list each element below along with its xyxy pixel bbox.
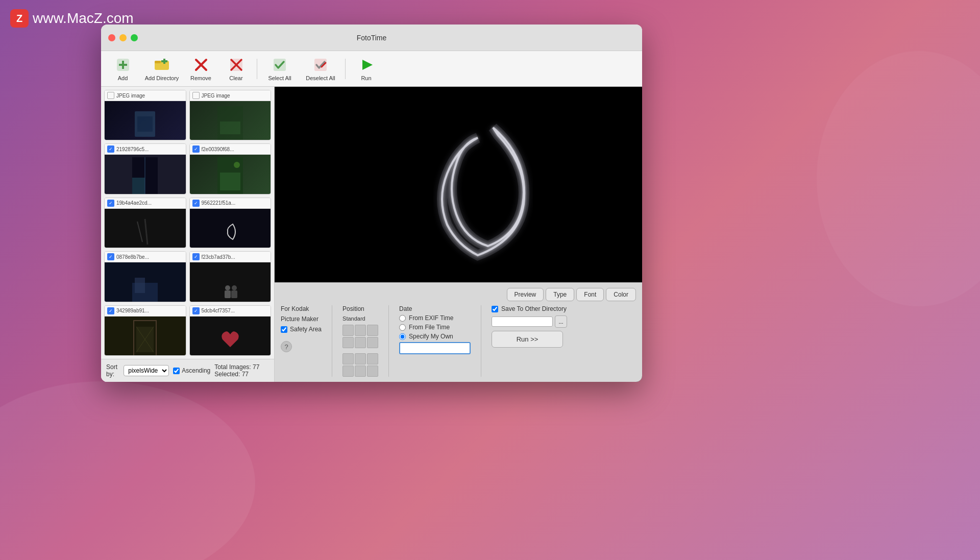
from-exif-radio[interactable] [399, 315, 406, 322]
specify-own-radio[interactable] [399, 333, 406, 340]
position-cell-2-bc[interactable] [355, 366, 366, 377]
deselect-all-icon [312, 57, 329, 73]
svg-rect-29 [217, 211, 243, 248]
safety-area-checkbox[interactable] [281, 326, 287, 333]
remove-button[interactable]: Remove [184, 54, 217, 84]
add-icon [115, 57, 131, 73]
clear-button[interactable]: Clear [219, 54, 253, 84]
image-grid: JPEG image JPEG image700 x 1243 JPEG ima… [101, 87, 274, 359]
date-input-field[interactable] [399, 342, 471, 354]
run-button[interactable]: Run [350, 54, 383, 84]
list-item[interactable]: JPEG image JPEG image700 x 1254 [189, 90, 272, 140]
position-grid-2 [342, 353, 378, 377]
from-file-radio[interactable] [399, 324, 406, 331]
clear-icon [228, 57, 244, 73]
add-directory-label: Add Directory [145, 75, 179, 81]
add-directory-button[interactable]: Add Directory [141, 54, 182, 84]
svg-rect-32 [135, 278, 145, 293]
save-to-other-row: Save To Other Directory [492, 305, 567, 312]
list-item[interactable]: ✓ 342989ab91... JPEG image738 x 1024 [104, 305, 186, 356]
list-item[interactable]: ✓ 5dcb4cf7357... JPEG image750 x 1334 [189, 305, 272, 356]
save-path-input[interactable] [492, 316, 553, 327]
svg-rect-26 [132, 211, 158, 248]
date-label: Date [399, 305, 471, 312]
svg-point-25 [234, 162, 240, 168]
position-grid [342, 325, 378, 348]
position-cell-tc[interactable] [355, 325, 366, 336]
picture-maker-label: Picture Maker [281, 315, 322, 323]
position-cell-2-tl[interactable] [342, 353, 354, 364]
position-cell-br[interactable] [367, 337, 378, 348]
sort-select[interactable]: pixelsWide fileName fileSize fileDate [124, 365, 169, 376]
list-item[interactable]: ✓ 9562221f51a... JPEG image700 x 1245 [189, 198, 272, 248]
safety-area-label: Safety Area [290, 326, 322, 333]
font-tab[interactable]: Font [576, 288, 604, 301]
list-item[interactable]: ✓ f23cb7ad37b... JPEG image70 [189, 251, 272, 302]
save-to-other-checkbox[interactable] [492, 306, 498, 312]
close-button[interactable] [108, 34, 115, 41]
run-button-main[interactable]: Run >> [492, 331, 563, 348]
checkbox-checked: ✓ [107, 253, 114, 260]
bottom-controls: Preview Type Font Color For Kodak Pictur… [275, 282, 642, 382]
browse-button[interactable]: ... [555, 315, 567, 328]
preview-area [275, 87, 642, 282]
image-thumbnail [105, 316, 186, 356]
position-cell-bl[interactable] [342, 337, 354, 348]
position-cell-2-tc[interactable] [355, 353, 366, 364]
vertical-separator-3 [481, 305, 481, 377]
list-item[interactable]: ✓ f2e00390f68... JPEG image700 x 1514 [189, 143, 272, 194]
type-tab[interactable]: Type [546, 288, 574, 301]
help-button[interactable]: ? [281, 341, 292, 352]
select-all-label: Select All [268, 75, 291, 81]
list-item[interactable]: ✓ 21928796c5... JPEG image700 x 1514 [104, 143, 186, 194]
list-item[interactable]: ✓ 0878e8b7be... JPEG image700 x 1244 [104, 251, 186, 302]
ascending-checkbox[interactable] [173, 368, 180, 374]
maximize-button[interactable] [131, 34, 138, 41]
svg-rect-19 [220, 121, 240, 134]
vertical-separator-2 [388, 305, 389, 377]
svg-rect-21 [132, 178, 145, 194]
sort-stats: Total Images: 77 Selected: 77 [214, 363, 269, 378]
position-label: Position [342, 305, 378, 312]
position-cell-tr[interactable] [367, 325, 378, 336]
image-thumbnail [190, 209, 271, 248]
right-panel: Preview Type Font Color For Kodak Pictur… [275, 87, 642, 382]
list-item[interactable]: ✓ 19b4a4ae2cd... JPEG image700 x 1515 [104, 198, 186, 248]
moon-image [381, 97, 575, 273]
deselect-all-label: Deselect All [306, 75, 335, 81]
specify-own-option: Specify My Own [399, 333, 471, 340]
color-tab[interactable]: Color [606, 288, 636, 301]
select-all-button[interactable]: Select All [261, 54, 298, 84]
position-cell-bc[interactable] [355, 337, 366, 348]
kodak-group: For Kodak Picture Maker Safety Area ? [281, 305, 322, 352]
minimize-button[interactable] [119, 34, 127, 41]
position-cell-2-br[interactable] [367, 366, 378, 377]
position-group: Position Standard [342, 305, 378, 377]
svg-rect-2 [119, 64, 127, 66]
list-item[interactable]: JPEG image JPEG image700 x 1243 [104, 90, 186, 140]
add-label: Add [118, 75, 128, 81]
checkbox-checked: ✓ [192, 200, 200, 207]
svg-rect-6 [161, 60, 167, 62]
image-thumbnail [190, 101, 271, 140]
save-group: Save To Other Directory ... Run >> [492, 305, 567, 348]
position-cell-tl[interactable] [342, 325, 354, 336]
image-thumbnail [190, 155, 271, 194]
sort-label: Sort by: [106, 363, 119, 378]
svg-rect-24 [220, 173, 240, 190]
svg-point-34 [225, 285, 230, 290]
checkbox-checked: ✓ [192, 145, 200, 153]
save-path-row: ... [492, 315, 567, 328]
svg-rect-35 [225, 290, 231, 298]
position-cell-2-bl[interactable] [342, 366, 354, 377]
position-cell-2-tr[interactable] [367, 353, 378, 364]
add-button[interactable]: Add [106, 54, 139, 84]
deselect-all-button[interactable]: Deselect All [300, 54, 341, 84]
from-file-label: From File Time [409, 324, 450, 331]
content-area: JPEG image JPEG image700 x 1243 JPEG ima… [101, 87, 642, 382]
run-icon [358, 57, 375, 73]
watermark: Z www.MacZ.com [10, 9, 134, 28]
from-exif-option: From EXIF Time [399, 314, 471, 322]
date-group: Date From EXIF Time From File Time Speci… [399, 305, 471, 354]
preview-tab[interactable]: Preview [507, 288, 544, 301]
